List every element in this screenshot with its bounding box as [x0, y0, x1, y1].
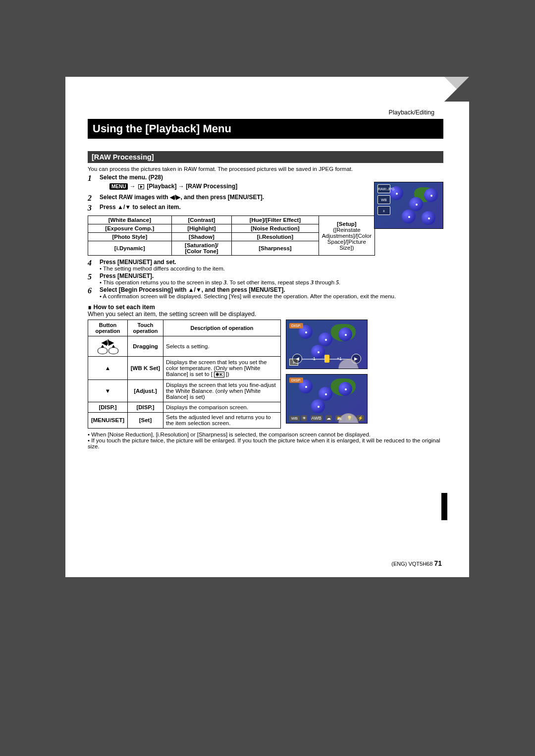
step-number: 2	[88, 194, 100, 203]
op-desc: Sets the adjusted level and returns you …	[163, 412, 281, 429]
arrow-ud-icon: ▲/▼	[188, 286, 202, 293]
op-desc: Selects a setting.	[163, 336, 281, 357]
step-number: 1	[88, 174, 100, 193]
option-cell: [Noise Reduction]	[232, 224, 319, 233]
step-number: 4	[88, 259, 100, 271]
page-title: Using the [Playback] Menu	[88, 119, 443, 139]
op-desc: Displays the comparison screen.	[163, 402, 281, 412]
step-text: , and then press [MENU/SET].	[180, 194, 264, 201]
option-cell: [Shadow]	[171, 233, 232, 241]
option-cell: [White Balance]	[88, 216, 172, 224]
arrow-ud-icon: ▲/▼	[117, 204, 131, 211]
raw-jpg-icon: RAW↓JPG	[377, 184, 390, 193]
wb-icon: WB	[377, 195, 390, 204]
step-text: to select an item.	[131, 204, 181, 211]
col-desc: Description of operation	[163, 320, 281, 336]
option-cell: [i.Dynamic]	[88, 241, 172, 256]
wb-sun-icon: ☀	[301, 415, 307, 421]
option-cell: [Hue]/[Filter Effect]	[232, 216, 319, 224]
operation-table: Button operation Touch operation Descrip…	[88, 320, 281, 429]
step-text: , and then press [MENU/SET].	[202, 286, 285, 293]
option-cell: [Highlight]	[171, 224, 232, 233]
menu-path-playback: [Playback]	[147, 183, 176, 190]
option-cell: [Sharpness]	[232, 241, 319, 256]
disp-chip: DISP.	[289, 378, 303, 383]
option-cell-sub: ([Reinstate Adjustments]/[Color Space]/[…	[322, 227, 372, 251]
option-cell: [Contrast]	[171, 216, 232, 224]
step-text: Select the menu. (P28)	[100, 174, 163, 181]
side-tab-marker	[441, 493, 447, 520]
preview-wb-screen: DISP. WB ☀ AWB ☁ ⛅ 💡 ⚡	[286, 374, 368, 424]
wb-awb-icon: AWB	[311, 415, 322, 421]
page-footer: (ENG) VQT5H68 71	[391, 559, 442, 567]
note-text: When [Noise Reduction], [i.Resolution] o…	[88, 432, 443, 437]
arrow-down-icon: ▼	[88, 379, 128, 402]
k-icon: ✱K	[214, 372, 224, 378]
option-cell: [Photo Style]	[88, 233, 172, 241]
options-table: [White Balance] [Contrast] [Hue]/[Filter…	[88, 216, 375, 256]
step-text: Press [MENU/SET] and set.	[100, 259, 176, 266]
menu-path-target: [RAW Processing]	[186, 183, 237, 190]
option-cell: [Exposure Comp.]	[88, 224, 172, 233]
step-text: Press	[100, 204, 117, 211]
dial-icon	[98, 347, 107, 354]
col-touch: Touch operation	[128, 320, 163, 336]
step-number: 6	[88, 286, 100, 299]
option-cell: [Saturation]/ [Color Tone]	[171, 241, 232, 256]
dial-icon	[108, 347, 118, 354]
breadcrumb: Playback/Editing	[389, 109, 434, 116]
arrow-up-icon: ▲	[88, 357, 128, 380]
arrow-icon: →	[178, 183, 184, 190]
step-text: Select RAW images with	[100, 194, 170, 201]
arrow-lr-icon: ◀/▶	[170, 194, 180, 201]
op-touch: [Adjust.]	[128, 379, 163, 402]
disp-chip: DISP.	[289, 323, 303, 328]
section-intro: You can process the pictures taken in RA…	[88, 166, 443, 172]
op-touch: Dragging	[128, 336, 163, 357]
menu-chip: MENU	[109, 183, 128, 190]
arrow-icon: →	[130, 183, 136, 190]
op-button: [DISP.]	[88, 402, 128, 412]
step-note: This operation returns you to the screen…	[100, 279, 443, 285]
step-number: 5	[88, 272, 100, 285]
op-touch: [Set]	[128, 412, 163, 429]
op-desc: Displays the screen that lets you fine-a…	[163, 379, 281, 402]
note-text: If you touch the picture twice, the pict…	[88, 437, 443, 449]
wb-chip: WB	[289, 416, 300, 421]
step-text: Press [MENU/SET].	[100, 272, 154, 279]
preview-slider-screen: DISP. ± ◀ -1 0 +1 ▶	[286, 320, 368, 369]
step-note: A confirmation screen will be displayed.…	[100, 293, 443, 299]
wb-cloud-icon: ☁	[325, 415, 332, 421]
playback-icon	[138, 184, 144, 189]
op-button: [MENU/SET]	[88, 412, 128, 429]
howto-intro: When you select an item, the setting scr…	[88, 311, 443, 318]
op-touch: [DISP.]	[128, 402, 163, 412]
op-desc: Displays the screen that lets you set th…	[163, 357, 281, 380]
preview-thumbnail: RAW↓JPG WB ±	[374, 182, 443, 229]
col-button: Button operation	[88, 320, 128, 336]
option-cell: [i.Resolution]	[232, 233, 319, 241]
step-note: The setting method differs according to …	[100, 266, 443, 271]
option-cell: [Setup]	[322, 221, 372, 227]
howto-heading: How to set each item	[88, 303, 443, 311]
op-touch: [WB K Set]	[128, 357, 163, 380]
step-number: 3	[88, 204, 100, 213]
section-heading: [RAW Processing]	[88, 151, 443, 163]
slider-thumb	[324, 355, 329, 363]
step-text: Select [Begin Processing] with	[100, 286, 188, 293]
exposure-icon: ±	[377, 206, 390, 215]
slider-left-icon: ◀	[292, 354, 302, 364]
